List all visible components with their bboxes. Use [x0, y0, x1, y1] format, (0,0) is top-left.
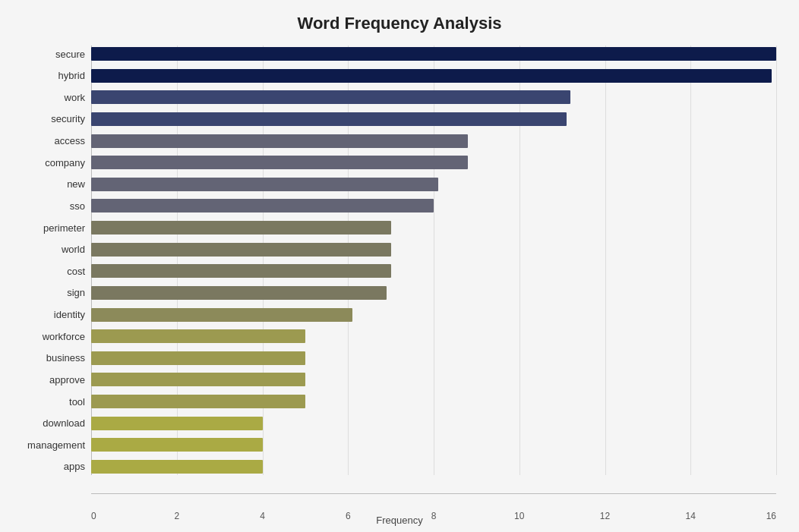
bar-label: cost: [2, 266, 85, 277]
bar-label: world: [2, 244, 85, 255]
bar-row: identity: [91, 307, 776, 323]
bar-row: sign: [91, 285, 776, 301]
bar-row: sso: [91, 197, 776, 214]
bar-row: company: [91, 154, 776, 171]
bar-label: work: [2, 92, 85, 103]
bar-row: hybrid: [91, 68, 776, 84]
bar-row: world: [91, 241, 776, 258]
bar: [91, 112, 567, 126]
bar-row: perimeter: [91, 219, 776, 236]
bar-label: apps: [2, 461, 85, 472]
bar-label: secure: [2, 49, 85, 60]
bar-label: new: [2, 178, 85, 190]
bar: [91, 373, 305, 386]
bar-label: management: [2, 439, 85, 451]
bar: [91, 90, 570, 104]
bar-label: tool: [2, 396, 85, 408]
bar-row: cost: [91, 263, 776, 279]
bar-label: approve: [2, 374, 85, 386]
bar-label: sign: [2, 287, 85, 298]
bar-label: perimeter: [2, 222, 85, 234]
bar-row: download: [91, 415, 776, 432]
bar: [91, 264, 391, 278]
bar-label: identity: [2, 309, 85, 320]
bar-row: business: [91, 350, 776, 367]
bar-row: security: [91, 111, 776, 127]
bar-row: secure: [91, 46, 776, 62]
bar-row: tool: [91, 393, 776, 410]
bar-label: business: [2, 352, 85, 364]
bars-container: securehybridworksecurityaccesscompanynew…: [91, 46, 776, 475]
chart-container: Word Frequency Analysis securehybridwork…: [0, 0, 799, 532]
bar-row: access: [91, 133, 776, 150]
x-axis: [91, 493, 776, 494]
bar: [91, 47, 776, 61]
bar-row: approve: [91, 371, 776, 388]
bar-label: company: [2, 157, 85, 168]
bar: [91, 156, 468, 169]
chart-title: Word Frequency Analysis: [0, 14, 799, 33]
bar-label: security: [2, 113, 85, 124]
bar-label: workforce: [2, 331, 85, 342]
bar-label: hybrid: [2, 70, 85, 81]
bar: [91, 221, 391, 235]
bar: [91, 438, 263, 452]
chart-area: securehybridworksecurityaccesscompanynew…: [91, 46, 776, 475]
bar-row: management: [91, 436, 776, 453]
bar: [91, 308, 352, 322]
bar: [91, 199, 434, 212]
bar: [91, 460, 263, 474]
bar-row: work: [91, 89, 776, 105]
bar-label: access: [2, 135, 85, 146]
grid-line: [776, 46, 777, 475]
bar: [91, 178, 438, 191]
bar: [91, 134, 468, 148]
bar-label: download: [2, 417, 85, 429]
bar: [91, 351, 305, 365]
bar: [91, 243, 391, 257]
bar-label: sso: [2, 200, 85, 212]
bar: [91, 286, 387, 300]
bar: [91, 417, 263, 430]
bar-row: apps: [91, 458, 776, 475]
bar-row: workforce: [91, 328, 776, 345]
bar: [91, 329, 305, 343]
x-axis-label: Frequency: [0, 515, 799, 526]
bar: [91, 395, 305, 408]
bar-row: new: [91, 176, 776, 193]
bar: [91, 69, 772, 83]
